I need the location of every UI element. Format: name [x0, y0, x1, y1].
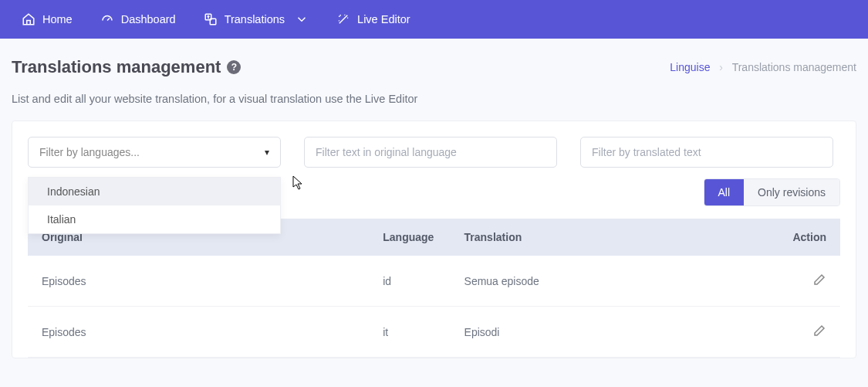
- panel: Filter by languages... ▾ Indonesian Ital…: [12, 121, 856, 358]
- original-text-filter[interactable]: [304, 137, 557, 168]
- language-filter-dropdown: Indonesian Italian: [28, 177, 281, 234]
- nav-home-label: Home: [42, 13, 73, 25]
- edit-icon[interactable]: [812, 324, 826, 338]
- filters-row: Filter by languages... ▾ Indonesian Ital…: [28, 137, 840, 168]
- dropdown-item-italian[interactable]: Italian: [29, 205, 280, 233]
- nav-translations-label: Translations: [225, 13, 285, 25]
- gauge-icon: [100, 12, 114, 26]
- breadcrumb: Linguise › Translations management: [670, 61, 856, 73]
- translated-text-input[interactable]: [592, 146, 822, 158]
- breadcrumb-current: Translations management: [732, 61, 856, 73]
- cell-original: Episodes: [28, 307, 369, 358]
- page-title: Translations management ?: [12, 57, 241, 77]
- dropdown-item-indonesian[interactable]: Indonesian: [29, 178, 280, 205]
- language-filter-select[interactable]: Filter by languages... ▾: [28, 137, 281, 168]
- nav-live-editor[interactable]: Live Editor: [323, 0, 424, 39]
- cell-language: it: [369, 307, 450, 358]
- chevron-down-icon: ▾: [265, 147, 269, 158]
- translate-icon: [204, 12, 218, 26]
- breadcrumb-root[interactable]: Linguise: [670, 61, 710, 73]
- toggle-all[interactable]: All: [704, 179, 745, 205]
- toggle-only-revisions[interactable]: Only revisions: [744, 179, 839, 205]
- cell-translation: Episodi: [451, 307, 759, 358]
- cell-original: Episodes: [28, 256, 369, 307]
- home-icon: [22, 12, 35, 26]
- cell-translation: Semua episode: [451, 256, 759, 307]
- page-header: Translations management ? Linguise › Tra…: [12, 57, 856, 77]
- help-icon[interactable]: ?: [227, 60, 241, 74]
- breadcrumb-separator: ›: [719, 61, 723, 73]
- revision-toggle-group: All Only revisions: [704, 178, 840, 206]
- translations-table: Original Language Translation Action Epi…: [28, 219, 840, 358]
- nav-translations[interactable]: Translations: [190, 0, 323, 39]
- cell-language: id: [369, 256, 450, 307]
- edit-icon[interactable]: [812, 273, 826, 287]
- nav-live-editor-label: Live Editor: [357, 13, 410, 25]
- th-translation[interactable]: Translation: [451, 219, 759, 256]
- nav-dashboard[interactable]: Dashboard: [86, 0, 190, 39]
- page-title-text: Translations management: [12, 57, 221, 77]
- language-filter-placeholder: Filter by languages...: [39, 146, 140, 158]
- chevron-down-icon: [295, 12, 309, 26]
- top-nav: Home Dashboard Translations Live Editor: [0, 0, 868, 39]
- table-row: Episodes it Episodi: [28, 307, 840, 358]
- th-language[interactable]: Language: [369, 219, 450, 256]
- table-row: Episodes id Semua episode: [28, 256, 840, 307]
- translated-text-filter[interactable]: [580, 137, 833, 168]
- wand-icon: [336, 12, 350, 26]
- original-text-input[interactable]: [316, 146, 545, 158]
- nav-home[interactable]: Home: [8, 0, 86, 39]
- page-subtitle: List and edit all your website translati…: [12, 93, 856, 105]
- th-action: Action: [759, 219, 840, 256]
- nav-dashboard-label: Dashboard: [121, 13, 176, 25]
